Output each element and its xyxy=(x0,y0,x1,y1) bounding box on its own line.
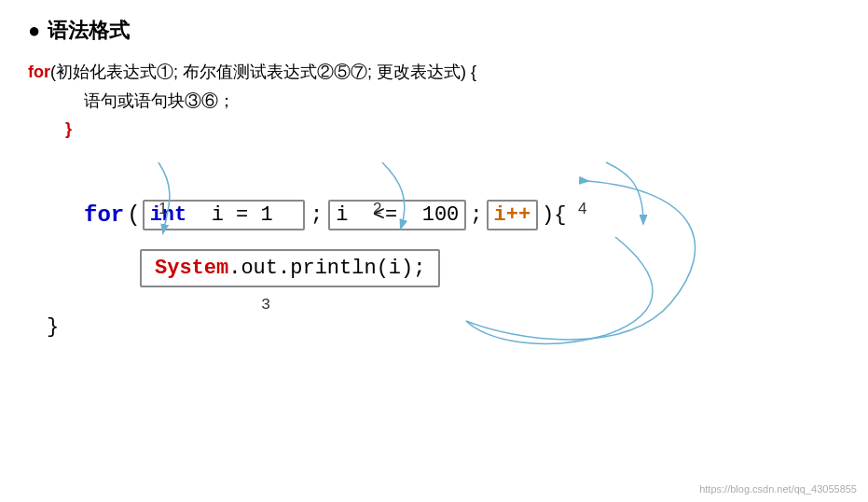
syntax-body: 语句或语句块③⑥； xyxy=(84,91,235,110)
label-2: 2 xyxy=(373,200,381,218)
body-box: System.out.println(i); xyxy=(140,249,440,287)
section-title: ● 语法格式 xyxy=(28,17,840,45)
syntax-line1: for(初始化表达式①; 布尔值测试表达式②⑤⑦; 更改表达式) { xyxy=(28,58,840,87)
for-keyword: for xyxy=(28,63,50,81)
semicolon-2: ; xyxy=(470,203,482,227)
syntax-line3: } xyxy=(65,115,840,144)
syntax-params: (初始化表达式①; 布尔值测试表达式②⑤⑦; 更改表达式) { xyxy=(50,63,476,81)
open-paren: ( xyxy=(127,202,140,228)
system-keyword: System xyxy=(155,257,228,280)
for-keyword-code: for xyxy=(84,202,124,228)
body-rest: .out.println(i); xyxy=(228,257,425,280)
condition-text: i <= 100 xyxy=(336,203,459,227)
syntax-block: for(初始化表达式①; 布尔值测试表达式②⑤⑦; 更改表达式) { 语句或语句… xyxy=(28,58,840,144)
title-text: 语法格式 xyxy=(48,17,130,45)
close-part: ){ xyxy=(542,203,566,227)
update-box: i++ xyxy=(487,200,539,230)
init-rest: i = 1 xyxy=(199,203,297,227)
label-1: 1 xyxy=(158,200,167,218)
arrow-diagram xyxy=(65,153,765,452)
for-body-line: System.out.println(i); 3 xyxy=(140,249,840,287)
label-4: 4 xyxy=(578,200,586,218)
for-statement-line: for ( int i = 1 ; i <= 100 ; i++ ){ xyxy=(84,200,840,230)
label-3: 3 xyxy=(261,296,270,314)
syntax-line2: 语句或语句块③⑥； xyxy=(84,87,840,116)
semicolon-1: ; xyxy=(310,203,323,227)
update-text: i++ xyxy=(494,203,531,227)
watermark: https://blog.csdn.net/qq_43055855 xyxy=(699,483,857,495)
condition-box: i <= 100 xyxy=(328,200,466,230)
code-diagram: 1 2 4 for ( int i = 1 ; i <= 100 ; i++ )… xyxy=(84,200,840,339)
syntax-close: } xyxy=(65,119,72,138)
int-keyword: int xyxy=(150,203,187,227)
bullet-icon: ● xyxy=(28,19,40,43)
closing-brace: } xyxy=(47,315,840,339)
